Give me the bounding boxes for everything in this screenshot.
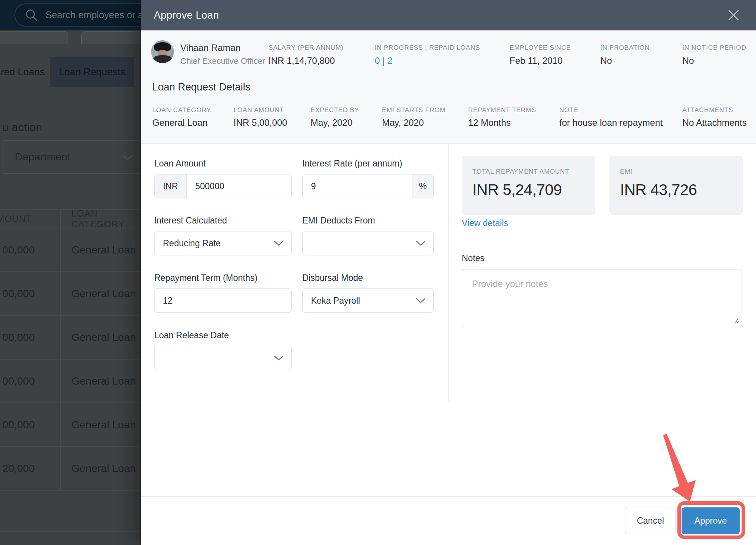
amount-cell: 20,000 [2,463,35,475]
chevron-down-icon [123,155,133,161]
close-icon[interactable] [726,8,741,22]
stat-salary: SALARY (PER ANNUM) INR 1,14,70,800 [268,44,344,66]
background-topbar: Search employees or action [0,0,141,30]
amount-cell: 00,000 [2,244,35,256]
chevron-down-icon [416,240,426,246]
background-page: Search employees or action red Loans Loa… [0,0,141,545]
loan-requests-table: 00,000 General Loan 00,000 General Loan … [0,228,141,491]
repayment-term-group: Repayment Term (Months) [154,273,292,313]
divider [448,144,449,401]
stat-in-probation: IN PROBATION No [600,44,650,66]
emi-value: INR 43,726 [620,181,743,199]
detail-emi-starts-from: EMI STARTS FROM May, 2020 [382,106,445,128]
interest-calculated-select[interactable]: Reducing Rate [154,231,292,255]
repayment-term-input[interactable] [155,296,291,306]
currency-addon: INR [155,174,187,198]
total-repayment-card: TOTAL REPAYMENT AMOUNT INR 5,24,709 [462,156,595,215]
table-row[interactable]: 00,000 General Loan [0,272,141,316]
table-header-row: AMOUNT LOAN CATEGORY [0,209,141,228]
disbursal-mode-select[interactable]: Keka Payroll [302,288,434,313]
emi-deducts-from-group: EMI Deducts From [302,215,434,255]
amount-cell: 00,000 [2,288,35,300]
category-cell: General Loan [71,463,136,475]
table-row[interactable]: 00,000 General Loan [0,403,141,447]
column-header-amount[interactable]: AMOUNT [0,210,61,228]
disbursal-mode-label: Disbursal Mode [302,273,434,283]
category-cell: General Loan [71,375,136,387]
detail-expected-by: EXPECTED BY May, 2020 [311,106,359,128]
department-filter-label: Department [15,151,70,163]
table-row[interactable]: 00,000 General Loan [0,228,141,272]
category-cell: General Loan [71,419,136,431]
tab-label: Loan Requests [59,66,125,78]
modal-body: Loan Amount INR Interest Rate (per annum… [141,144,756,496]
interest-rate-group: Interest Rate (per annum) % [302,158,434,198]
detail-loan-amount: LOAN AMOUNT INR 5,00,000 [234,106,287,128]
search-placeholder: Search employees or action [46,10,141,21]
amount-cell: 00,000 [2,419,35,431]
modal-header: Approve Loan [141,0,756,30]
loans-count-link[interactable]: 0 | 2 [375,55,480,66]
screen: Search employees or action red Loans Loa… [0,0,756,545]
employee-name: Vihaan Raman [180,43,240,53]
notes-textarea[interactable] [462,269,742,327]
chevron-down-icon [274,355,284,361]
table-row[interactable]: 00,000 General Loan [0,316,141,360]
tab-label: red Loans [1,66,45,78]
loan-release-date-group: Loan Release Date [154,330,292,370]
resize-grip-icon[interactable] [732,317,739,324]
loan-release-date-label: Loan Release Date [154,330,292,341]
emi-card: EMI INR 43,726 [609,156,743,215]
detail-attachments: ATTACHMENTS No Attachments [682,106,747,128]
detail-note: NOTE for house loan repayment [559,106,663,128]
interest-rate-input[interactable] [303,181,412,192]
stat-loans: IN PROGRESS | REPAID LOANS 0 | 2 [375,44,480,66]
background-card [0,31,68,44]
interest-rate-label: Interest Rate (per annum) [302,158,434,169]
divider [0,531,141,532]
amount-cell: 00,000 [2,375,35,387]
total-repayment-value: INR 5,24,709 [472,181,595,199]
background-card [81,31,141,44]
repayment-term-label: Repayment Term (Months) [154,273,292,283]
stat-employee-since: EMPLOYEE SINCE Feb 11, 2010 [510,44,571,66]
detail-loan-category: LOAN CATEGORY General Loan [152,106,211,128]
column-header-loan-category[interactable]: LOAN CATEGORY [61,210,141,228]
approve-button[interactable]: Approve [682,507,740,534]
employee-summary-section: Vihaan Raman Chief Executive Officer SAL… [141,30,756,144]
loan-amount-input[interactable] [187,181,291,192]
amount-cell: 00,000 [2,331,35,344]
emi-deducts-from-select[interactable] [302,231,434,255]
table-row[interactable]: 00,000 General Loan [0,360,141,403]
interest-calculated-label: Interest Calculated [154,215,292,226]
tab-loans[interactable]: red Loans [0,57,50,87]
detail-repayment-terms: REPAYMENT TERMS 12 Months [468,106,536,128]
disbursal-mode-group: Disbursal Mode Keka Payroll [302,273,434,313]
interest-calculated-group: Interest Calculated Reducing Rate [154,215,292,255]
loan-amount-group: Loan Amount INR [154,158,292,198]
view-details-link[interactable]: View details [462,218,508,228]
search-bar[interactable]: Search employees or action [14,3,141,27]
percent-addon: % [412,174,433,198]
category-cell: General Loan [71,288,136,300]
chevron-down-icon [274,240,284,246]
notes-field-wrap [462,269,742,327]
chevron-down-icon [416,298,426,304]
cancel-button[interactable]: Cancel [625,507,676,534]
loan-amount-label: Loan Amount [154,158,292,169]
loan-release-date-select[interactable] [154,346,292,370]
approve-loan-modal: Approve Loan Vihaan Raman Chief Executiv… [141,0,756,545]
emi-deducts-from-label: EMI Deducts From [302,215,434,226]
category-cell: General Loan [71,244,136,256]
stat-in-notice-period: IN NOTICE PERIOD No [682,44,747,66]
employee-role: Chief Executive Officer [180,56,265,66]
department-filter[interactable]: Department [3,140,141,174]
modal-footer: Cancel Approve [141,496,756,545]
search-icon [25,9,38,22]
tab-loan-requests[interactable]: Loan Requests [50,57,134,87]
notes-label: Notes [462,253,485,263]
category-cell: General Loan [71,331,136,344]
modal-title: Approve Loan [154,10,219,21]
table-row[interactable]: 20,000 General Loan [0,447,141,491]
background-heading-fragment: u action [2,121,42,134]
